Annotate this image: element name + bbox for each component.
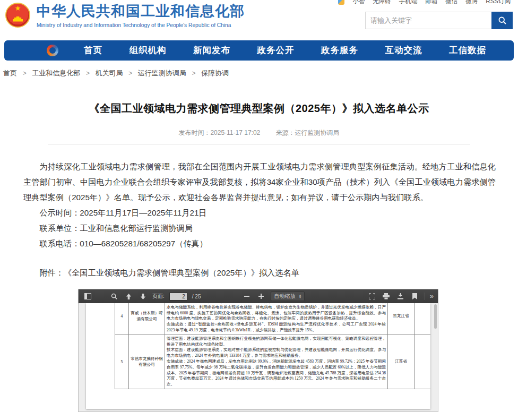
main-nav: 首页 组织机构 新闻发布 政务公开 政务服务 互动交流 工信数据 <box>4 40 514 61</box>
site-header: 小智 无障碍 手机端 邮箱 微信 微博 RSS订阅 ★ 中华人民共和国工业和信息… <box>0 0 518 37</box>
zoom-out-icon[interactable] <box>242 292 252 301</box>
province-cell: 黑龙江省 <box>388 303 415 335</box>
publish-time: 发布时间：2025-11-17 17:02 <box>178 129 260 136</box>
nav-item-data[interactable]: 工信数据 <box>449 45 486 56</box>
utility-link-xiaozhi[interactable]: 小智 <box>352 0 365 5</box>
company-cell: 百威（佳木斯）啤酒有限公司 <box>129 303 165 335</box>
nav-item-organization[interactable]: 组织机构 <box>130 45 167 56</box>
attachment-link[interactable]: 附件：《全国工业领域电力需求侧管理典型案例（2025年）》拟入选名单 <box>23 265 496 280</box>
zoom-select-arrows-icon: ▲▼ <box>298 294 301 298</box>
page-up-icon[interactable] <box>124 292 133 301</box>
pdf-viewer: 页面: / 25 自动缩放 ▲▼ » <box>78 289 438 412</box>
article-meta: 发布时间：2025-11-17 17:02 来源：运行监测协调局 <box>0 128 518 138</box>
utility-link-mobile[interactable]: 手机端 <box>399 0 418 5</box>
zoom-mode-label: 自动缩放 <box>274 293 295 300</box>
assistant-icon <box>338 0 344 5</box>
utility-link-mail[interactable]: 邮箱 <box>425 0 437 5</box>
ministry-title-en: Ministry of Industry and Information Tec… <box>37 22 245 28</box>
case-detail-cell: 管理层面：建设能源管理系统和全国钢铁行业领先的源网荷储一体化智能微电网，实现用能… <box>165 335 388 389</box>
pdf-page: 4 百威（佳木斯）啤酒有限公司 负荷分配，降低待机能耗，采用数字孪生技术模拟生产… <box>86 303 430 409</box>
table-row: 5 常熟市龙腾特种钢有限公司 管理层面：建设能源管理系统和全国钢铁行业领先的源网… <box>115 335 431 389</box>
empty-cell <box>415 303 431 335</box>
breadcrumb-support-coordination[interactable]: 保障协调 <box>201 69 229 77</box>
breadcrumb: 首页 > 工业和信息化部 > 机关司局 > 运行监测协调局 > 保障协调 <box>0 61 518 81</box>
table-row: 4 百威（佳木斯）啤酒有限公司 负荷分配，降低待机能耗，采用数字孪生技术模拟生产… <box>115 303 431 335</box>
breadcrumb-miit[interactable]: 工业和信息化部 <box>32 69 80 77</box>
site-brand: ★ 中华人民共和国工业和信息化部 Ministry of Industry an… <box>5 2 245 28</box>
search-input[interactable] <box>365 12 491 29</box>
pdf-toolbar: 页面: / 25 自动缩放 ▲▼ » <box>79 289 438 303</box>
breadcrumb-departments[interactable]: 机关司局 <box>96 69 123 77</box>
find-icon[interactable] <box>109 292 119 301</box>
more-tools-icon[interactable]: » <box>430 293 434 300</box>
search-button[interactable] <box>491 12 513 29</box>
article-source: 来源：运行监测协调局 <box>276 129 340 136</box>
search-icon <box>498 16 507 25</box>
public-period: 公示时间：2025年11月17日—2025年11月21日 <box>23 205 496 220</box>
utility-link-weibo[interactable]: 微博 <box>465 0 478 5</box>
site-search <box>365 12 513 29</box>
breadcrumb-home[interactable]: 首页 <box>3 69 17 77</box>
presentation-mode-icon[interactable] <box>367 292 377 301</box>
nav-item-gov-services[interactable]: 政务服务 <box>321 45 358 56</box>
page-down-icon[interactable] <box>138 292 148 301</box>
page-title: 《全国工业领域电力需求侧管理典型案例（2025年）》拟入选名单公示 <box>0 101 518 116</box>
breadcrumb-separator: > <box>86 70 90 77</box>
nav-item-interaction[interactable]: 互动交流 <box>385 45 422 56</box>
bookmark-icon[interactable] <box>410 292 420 301</box>
sidebar-toggle-icon[interactable] <box>83 292 92 301</box>
ministry-title-cn: 中华人民共和国工业和信息化部 <box>37 2 245 21</box>
utility-link-wechat[interactable]: 微信 <box>445 0 457 5</box>
case-detail-cell: 负荷分配，降低待机能耗，采用数字孪生技术模拟生产流程，预测峰值负荷并提前调整能源… <box>165 303 388 335</box>
utility-link-rss[interactable]: RSS订阅 <box>486 0 511 5</box>
contact-phone: 联系电话：010—68205281/68205297（传真） <box>23 236 496 251</box>
row-number-cell: 4 <box>115 303 129 335</box>
page-total: / 25 <box>192 294 201 299</box>
nav-item-news[interactable]: 新闻发布 <box>193 45 230 56</box>
contact-unit: 联系单位：工业和信息化部运行监测协调局 <box>23 220 496 236</box>
pdf-case-table: 4 百威（佳木斯）啤酒有限公司 负荷分配，降低待机能耗，采用数字孪生技术模拟生产… <box>115 303 430 389</box>
company-cell: 常熟市龙腾特种钢有限公司 <box>129 335 165 389</box>
download-icon[interactable] <box>396 292 405 301</box>
page-number-input[interactable] <box>169 293 187 301</box>
pdf-scrollbar[interactable] <box>434 303 437 412</box>
zoom-in-icon[interactable] <box>256 292 266 301</box>
nav-item-gov-disclosure[interactable]: 政务公开 <box>257 45 295 56</box>
row-number-cell: 5 <box>115 335 129 389</box>
nav-item-home[interactable]: 首页 <box>84 45 102 56</box>
national-emblem-logo: ★ <box>5 3 30 28</box>
utility-links: 小智 无障碍 手机端 邮箱 微信 微博 RSS订阅 <box>338 0 511 5</box>
zoom-select[interactable]: 自动缩放 ▲▼ <box>271 292 305 301</box>
breadcrumb-separator: > <box>192 70 195 77</box>
meta-divider <box>48 144 470 145</box>
emblem-star-icon: ★ <box>6 5 29 12</box>
emblem-gate-icon <box>13 16 23 22</box>
toolbar-separator <box>425 293 425 300</box>
breadcrumb-operation-bureau[interactable]: 运行监测协调局 <box>138 69 186 77</box>
article-body: 为持续深化工业领域电力需求侧管理，我部在全国范围内开展工业领域电力需求侧管理典型… <box>23 159 496 280</box>
page-label: 页面: <box>152 293 165 300</box>
empty-cell <box>415 335 431 389</box>
miit-swirl-icon <box>47 45 58 56</box>
utility-link-accessibility[interactable]: 无障碍 <box>373 0 391 5</box>
breadcrumb-separator: > <box>128 70 132 77</box>
print-icon[interactable] <box>382 292 391 301</box>
breadcrumb-separator: > <box>23 70 27 77</box>
province-cell: 江苏省 <box>388 335 415 389</box>
article-paragraph: 为持续深化工业领域电力需求侧管理，我部在全国范围内开展工业领域电力需求侧管理典型… <box>23 159 496 205</box>
pdf-content-area[interactable]: 4 百威（佳木斯）啤酒有限公司 负荷分配，降低待机能耗，采用数字孪生技术模拟生产… <box>79 303 438 412</box>
pdf-scrollbar-thumb[interactable] <box>434 304 437 329</box>
